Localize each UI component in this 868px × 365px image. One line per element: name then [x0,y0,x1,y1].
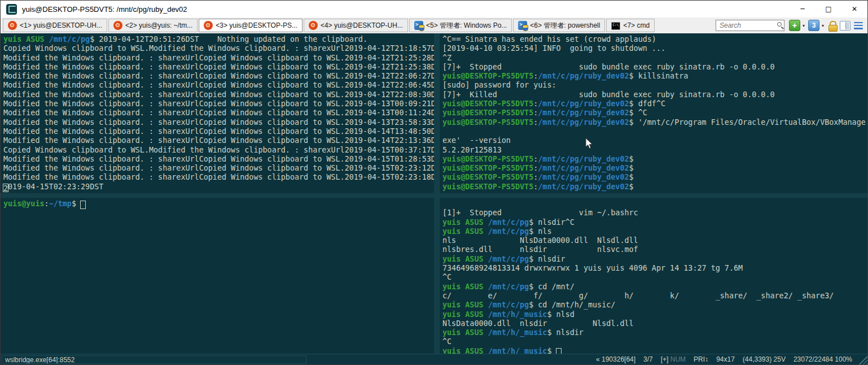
active-console-button[interactable]: 3 [808,20,819,31]
terminal-text: $ nlsdir [547,328,584,337]
status-segment: 94x17 [712,355,739,363]
terminal-line: [2019-04-10 03:25:54] INFO going to shut… [442,44,867,53]
terminal-text: yuis@yuis [3,199,45,208]
terminal-text [484,301,488,309]
terminal-cursor [556,348,562,354]
terminal-line: Modified the Windows clipboard. : sharex… [3,173,434,182]
terminal-text [484,255,488,263]
terminal-text: Modified the Windows clipboard. : sharex… [3,136,434,145]
status-left: wslbridge.exe[64]:8552 [1,354,306,364]
new-console-button[interactable]: + [789,20,800,31]
window-controls: ─ □ ✕ [790,1,867,18]
terminal-text: $ nlsd [547,310,574,319]
terminal-text: $ dfdf^C [629,99,666,108]
terminal-line: 2019-04-15T02:23:29DST [3,182,434,192]
terminal-text: $ [629,173,634,181]
terminal-text: wslbridge.exe[64]:8552 [5,356,74,364]
terminal-text: yuis@DESKTOP-PS5DVT5 [442,173,533,181]
terminal-line: Modified the Windows clipboard. : sharex… [3,136,434,145]
close-button[interactable]: ✕ [841,1,867,18]
terminal-text: yuis@DESKTOP-PS5DVT5 [442,99,533,108]
terminal-text: Modified the Windows clipboard. : sharex… [3,90,434,99]
terminal-text: 23072/22484 100% [794,355,852,363]
terminal-line: Modified the Windows clipboard. : sharex… [3,127,434,136]
tab-7[interactable]: <7> cmd [606,19,655,32]
terminal-line: NlsData0000.dll nlsdir Nlsdl.dll [442,319,867,328]
terminal-line: nlsbres.dll nlsdir nlsvc.mof [442,245,867,254]
tab-1[interactable]: <1> yuis@DESKTOP-UH... [3,19,107,32]
terminal-line: yuis@DESKTOP-PS5DVT5:/mnt/c/pg/ruby_dev0… [442,173,867,182]
terminal-text: nls NlsData0000.dll Nlsdl.dll [442,236,638,245]
terminal-pane-top-left[interactable]: yuis ASUS /mnt/c/pg$ 2019-04-12T20:51:26… [1,33,434,193]
tab-3[interactable]: <3> yuis@DESKTOP-PS... [199,19,303,32]
terminal-line: yuis@DESKTOP-PS5DVT5:/mnt/c/pg/ruby_dev0… [442,182,867,192]
horizontal-pane-divider[interactable] [1,193,867,198]
terminal-line: c/ e/ f/ g/ h/ k/ _share/ _share2/ _shar… [442,292,867,301]
tab-4[interactable]: <4> yuis@DESKTOP-UH... [304,19,408,32]
lock-icon[interactable] [828,21,836,31]
tab-label: <4> yuis@DESKTOP-UH... [321,21,403,29]
ubuntu-icon [113,21,122,30]
status-segment: PRI↕ [690,355,712,363]
conemu-app-icon [6,4,17,15]
terminal-text: 3/7 [643,355,653,363]
terminal-text: /mnt/c/pg/ruby_dev02 [538,164,629,172]
terminal-text: $ cd /mnt/h/_music/ [529,301,615,309]
terminal-text [484,347,488,354]
terminal-text: Modified the Windows clipboard. : sharex… [3,81,434,89]
terminal-line: yuis@DESKTOP-PS5DVT5:/mnt/c/pg/ruby_dev0… [442,108,867,118]
tab-label: <1> yuis@DESKTOP-UH... [20,21,102,29]
terminal-text: /mnt/c/pg/ruby_dev02 [538,99,629,108]
terminal-text [484,328,488,337]
tab-5[interactable]: <5> 管理者: Windows Po... [409,19,512,32]
terminal-line: yuis ASUS /mnt/h/_music$ nlsdir [442,328,867,337]
split-panel-icon[interactable] [840,21,851,31]
terminal-text: Modified the Windows clipboard. : sharex… [3,118,434,127]
terminal-line: yuis@yuis:~/tmp$ [3,199,434,208]
terminal-text: yuis ASUS [442,347,484,354]
conemu-window: yuis@DESKTOP-PS5DVT5: /mnt/c/pg/ruby_dev… [0,0,868,365]
terminal-text [484,227,488,236]
terminal-text: yuis@DESKTOP-PS5DVT5 [442,108,533,117]
minimize-button[interactable]: ─ [790,1,816,18]
terminal-text: yuis@DESKTOP-PS5DVT5 [442,164,533,172]
terminal-line: 73464968924813314 drwxrwxrwx 1 yuis yuis… [442,264,867,273]
menu-icon[interactable] [854,22,863,29]
terminal-line: yuis ASUS /mnt/h/_music$ [442,347,867,354]
search-input[interactable] [716,20,784,31]
console-list-dropdown-icon[interactable]: ▾ [822,23,824,28]
tab-6[interactable]: <6> 管理者: powershell [513,19,605,32]
terminal-text: NUM [670,355,686,363]
terminal-text: $ [72,199,81,208]
mouse-cursor [585,138,593,149]
terminal-text: /mnt/c/pg/ruby_dev02 [538,173,629,181]
terminal-pane-bottom-right[interactable]: [1]+ Stopped vim ~/.bashrcyuis ASUS /mnt… [440,198,867,354]
powershell-icon [518,21,527,30]
terminal-line: Modified the Windows clipboard. : sharex… [3,164,434,173]
terminal-line: yuis ASUS /mnt/c/pg$ nlsdir^C [442,218,867,227]
terminal-text: /mnt/c/pg [488,218,529,227]
terminal-line: ^C== Sinatra has ended his set (crowd ap… [442,35,867,44]
terminal-pane-bottom-left[interactable]: yuis@yuis:~/tmp$ [1,198,434,354]
maximize-button[interactable]: □ [816,1,841,18]
terminal-text: /mnt/c/pg [49,35,90,44]
terminal-line: exe' --version [442,136,867,145]
terminal-line: yuis@DESKTOP-PS5DVT5:/mnt/c/pg/ruby_dev0… [442,155,867,164]
terminal-text: (44,3393) 25V [743,355,786,363]
resize-grip-icon[interactable] [858,355,867,364]
ubuntu-icon [8,21,17,30]
terminal-text: ^C== Sinatra has ended his set (crowd ap… [442,35,656,44]
terminal-text: Modified the Windows clipboard. : sharex… [3,173,434,181]
status-bar: wslbridge.exe[64]:8552 « 190326[64]3/7[+… [1,354,867,364]
terminal-line: Modified the Windows clipboard. : sharex… [3,63,434,72]
new-console-dropdown-icon[interactable]: ▾ [803,23,805,28]
terminal-pane-top-right[interactable]: ^C== Sinatra has ended his set (crowd ap… [440,33,867,193]
tab-label: <5> 管理者: Windows Po... [426,21,507,31]
status-segment: (44,3393) 25V [739,355,790,363]
terminal-text [484,218,488,227]
tab-label: <7> cmd [623,21,650,29]
terminal-text: /mnt/h/_music [488,347,547,354]
terminal-text: yuis ASUS [442,328,484,337]
terminal-text: $ [629,182,634,191]
tab-2[interactable]: <2> yuis@yuis: ~/tm... [108,19,198,32]
